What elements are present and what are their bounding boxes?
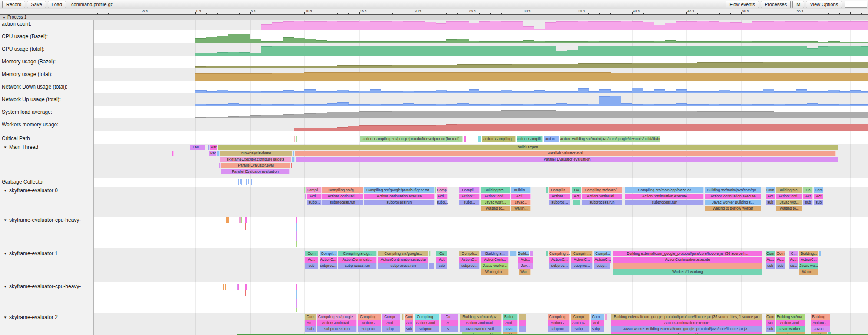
trace-span[interactable]: Waiting to borrow worker [705, 206, 761, 211]
trace-span[interactable]: ActionC... [549, 257, 570, 263]
trace-span[interactable]: Buildi... [503, 314, 518, 320]
collapse-arrow-icon[interactable]: ▼ [3, 218, 7, 222]
trace-span[interactable]: Build... [518, 251, 529, 256]
trace-span[interactable]: Javac... [511, 200, 531, 205]
trace-span[interactable] [292, 157, 295, 162]
trace-span[interactable]: subprocess.run [378, 263, 428, 269]
processes-button[interactable]: Processes [761, 1, 791, 8]
trace-span[interactable]: Act [436, 257, 447, 263]
trace-tick[interactable] [238, 284, 239, 290]
trace-tick[interactable] [245, 217, 247, 223]
trace-span[interactable]: Act [814, 194, 823, 199]
trace-span[interactable] [613, 263, 762, 269]
trace-span[interactable]: Lau... [190, 145, 205, 150]
trace-span[interactable]: Act [405, 320, 413, 326]
trace-span[interactable] [464, 136, 466, 142]
trace-span[interactable]: Com [766, 251, 775, 256]
trace-span[interactable]: sub [405, 326, 413, 332]
load-button[interactable]: Load [48, 1, 66, 8]
trace-span[interactable] [435, 187, 436, 193]
track-label-skyframe-evaluator-2[interactable]: ▼skyframe-evaluator 2 [3, 314, 94, 320]
trace-span[interactable]: subprocess.run [317, 326, 357, 332]
trace-span[interactable] [519, 320, 526, 326]
trace-span[interactable]: Comp... [437, 187, 448, 193]
trace-span[interactable]: Worker #1 working [613, 269, 762, 275]
trace-span[interactable]: Ac... [789, 257, 798, 263]
trace-span[interactable]: ActionContinuation.execute [364, 194, 435, 199]
trace-span[interactable]: Building src/ma... [776, 314, 805, 320]
trace-tick[interactable] [238, 179, 239, 185]
trace-span[interactable]: Compiling... [358, 314, 381, 320]
trace-span[interactable]: Co [436, 251, 447, 256]
collapse-arrow-icon[interactable]: ▼ [3, 285, 7, 289]
trace-span[interactable]: buildTargets [218, 145, 838, 150]
trace-span[interactable] [429, 263, 434, 269]
trace-tick[interactable] [225, 284, 226, 290]
trace-span[interactable]: sub [776, 263, 785, 269]
trace-span[interactable]: Parallel Evaluator evaluation [296, 157, 838, 162]
trace-span[interactable]: Com [814, 187, 823, 193]
trace-tick[interactable] [296, 223, 297, 231]
trace-span[interactable]: Compiling... [548, 314, 570, 320]
trace-span[interactable]: Act [572, 194, 581, 199]
trace-span[interactable]: ActionConti... [776, 320, 805, 326]
collapse-arrow-icon[interactable]: ▼ [3, 16, 6, 19]
trace-span[interactable]: Compil... [306, 187, 322, 193]
trace-span[interactable]: action 'Compili... [517, 136, 543, 142]
trace-span[interactable]: Compiling ... [415, 314, 439, 320]
track-label-skyframe-evaluator-cpu-heavy[interactable]: ▼skyframe-evaluator-cpu-heavy- [3, 283, 94, 289]
trace-span[interactable] [291, 163, 292, 168]
trace-span[interactable]: subproc... [415, 326, 439, 332]
trace-span[interactable] [208, 145, 210, 150]
trace-span[interactable]: subproc... [549, 263, 570, 269]
trace-span[interactable] [510, 251, 517, 256]
trace-span[interactable]: Act [766, 194, 775, 199]
trace-span[interactable]: subproc... [549, 200, 570, 205]
trace-span[interactable]: Par [210, 145, 217, 150]
trace-span[interactable]: subproc... [571, 263, 593, 269]
trace-span[interactable]: Com [305, 314, 316, 320]
trace-span[interactable]: Jav... [518, 263, 533, 269]
collapse-arrow-icon[interactable]: ▼ [3, 189, 7, 193]
view-options-button[interactable]: View Options [806, 1, 842, 8]
trace-span[interactable]: Compil... [320, 251, 337, 256]
trace-span[interactable]: ActionC... [799, 257, 818, 263]
trace-tick[interactable] [296, 217, 297, 223]
trace-span[interactable]: s... [441, 326, 458, 332]
trace-span[interactable]: sub [436, 263, 447, 269]
trace-span[interactable]: sub [766, 200, 775, 205]
trace-span[interactable]: Building src... [776, 187, 802, 193]
trace-span[interactable]: Acti... [382, 320, 400, 326]
trace-tick[interactable] [248, 179, 249, 184]
trace-tick[interactable] [245, 284, 247, 290]
trace-span[interactable]: Building external/com_google_protobuf/ja… [613, 251, 762, 256]
trace-span[interactable]: Javac ... [811, 326, 830, 332]
trace-span[interactable]: ActionConti... [776, 194, 802, 199]
trace-span[interactable]: sub [305, 263, 318, 269]
trace-span[interactable]: sub [803, 200, 813, 205]
trace-span[interactable]: ParallelEvaluator.eval [221, 163, 290, 168]
trace-span[interactable]: ActionC... [459, 257, 480, 263]
trace-span[interactable]: ActionC... [548, 320, 570, 326]
trace-span[interactable]: Compil... [459, 187, 480, 193]
trace-span[interactable] [293, 151, 294, 156]
trace-span[interactable]: subprocess.run [338, 263, 377, 269]
trace-tick[interactable] [251, 179, 252, 185]
trace-span[interactable]: ActionConti... [415, 320, 439, 326]
trace-span[interactable]: ActionC... [320, 257, 337, 263]
trace-tick[interactable] [224, 217, 224, 223]
trace-span[interactable]: Building src/main/java/com/go... [705, 187, 761, 193]
trace-span[interactable]: Waitin... [799, 269, 818, 275]
counter-track-cpu-usage-total[interactable] [93, 43, 868, 56]
trace-tick[interactable] [296, 290, 297, 299]
trace-span[interactable]: sub [766, 263, 775, 269]
trace-span[interactable]: Buildin... [511, 187, 531, 193]
trace-span[interactable]: ActionContinuati... [322, 194, 363, 199]
trace-tick[interactable] [237, 284, 238, 290]
trace-span[interactable] [217, 151, 220, 156]
trace-span[interactable]: subp... [459, 200, 480, 205]
trace-span[interactable]: Javac wo... [799, 263, 818, 269]
trace-span[interactable]: Acti... [307, 194, 322, 199]
trace-tick[interactable] [246, 179, 247, 185]
trace-tick[interactable] [241, 217, 242, 223]
